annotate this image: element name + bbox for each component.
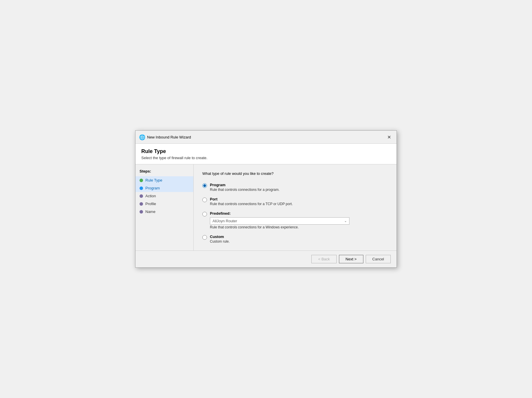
sidebar-item-program[interactable]: Program — [135, 184, 193, 192]
sidebar-item-label-program: Program — [145, 186, 160, 190]
window-icon: 🌐 — [139, 134, 145, 140]
step-dot-rule-type — [140, 179, 143, 182]
option-predefined: Predefined: AllJoyn Router ⌄ Rule that c… — [202, 211, 388, 229]
chevron-down-icon: ⌄ — [344, 219, 347, 223]
back-button[interactable]: < Back — [311, 255, 336, 263]
sidebar-item-label-rule-type: Rule Type — [145, 178, 162, 182]
sidebar-item-rule-type[interactable]: Rule Type — [135, 176, 193, 184]
radio-predefined-label[interactable]: Predefined: — [210, 211, 349, 216]
title-bar: 🌐 New Inbound Rule Wizard ✕ — [135, 131, 397, 144]
option-program: Program Rule that controls connections f… — [202, 183, 388, 192]
page-subtitle: Select the type of firewall rule to crea… — [141, 156, 391, 160]
predefined-dropdown-value: AllJoyn Router — [213, 219, 237, 223]
step-dot-name — [140, 210, 143, 214]
step-dot-action — [140, 194, 143, 198]
option-port: Port Rule that controls connections for … — [202, 197, 388, 206]
radio-predefined-desc: Rule that controls connections for a Win… — [210, 225, 349, 229]
step-dot-program — [140, 186, 143, 190]
steps-label: Steps: — [135, 169, 193, 176]
radio-custom-desc: Custom rule. — [210, 239, 230, 244]
main-content: What type of rule would you like to crea… — [194, 164, 397, 250]
radio-port-label[interactable]: Port — [210, 197, 293, 201]
sidebar-item-action[interactable]: Action — [135, 192, 193, 200]
option-custom: Custom Custom rule. — [202, 234, 388, 244]
radio-program[interactable] — [202, 183, 207, 188]
radio-predefined[interactable] — [202, 212, 207, 216]
footer-section: < Back Next > Cancel — [135, 250, 397, 267]
rule-type-radio-group: Program Rule that controls connections f… — [202, 183, 388, 244]
radio-port[interactable] — [202, 198, 207, 202]
step-dot-profile — [140, 202, 143, 206]
radio-program-label[interactable]: Program — [210, 183, 279, 187]
header-section: Rule Type Select the type of firewall ru… — [135, 144, 397, 164]
sidebar-item-label-action: Action — [145, 194, 156, 198]
dialog-window: 🌐 New Inbound Rule Wizard ✕ Rule Type Se… — [135, 130, 397, 268]
window-title: New Inbound Rule Wizard — [147, 135, 191, 139]
main-question: What type of rule would you like to crea… — [202, 171, 388, 176]
sidebar-item-name[interactable]: Name — [135, 208, 193, 216]
radio-program-desc: Rule that controls connections for a pro… — [210, 188, 279, 192]
title-bar-left: 🌐 New Inbound Rule Wizard — [139, 134, 191, 140]
page-title: Rule Type — [141, 148, 391, 154]
sidebar-item-profile[interactable]: Profile — [135, 200, 193, 208]
radio-port-desc: Rule that controls connections for a TCP… — [210, 202, 293, 206]
radio-custom-label[interactable]: Custom — [210, 234, 230, 239]
close-button[interactable]: ✕ — [385, 133, 393, 141]
cancel-button[interactable]: Cancel — [366, 255, 391, 263]
predefined-dropdown[interactable]: AllJoyn Router ⌄ — [210, 217, 349, 225]
sidebar: Steps: Rule Type Program Action Profile … — [135, 164, 194, 250]
body-section: Steps: Rule Type Program Action Profile … — [135, 164, 397, 250]
radio-custom[interactable] — [202, 235, 207, 240]
next-button[interactable]: Next > — [339, 255, 363, 263]
sidebar-item-label-profile: Profile — [145, 202, 156, 206]
sidebar-item-label-name: Name — [145, 209, 156, 214]
